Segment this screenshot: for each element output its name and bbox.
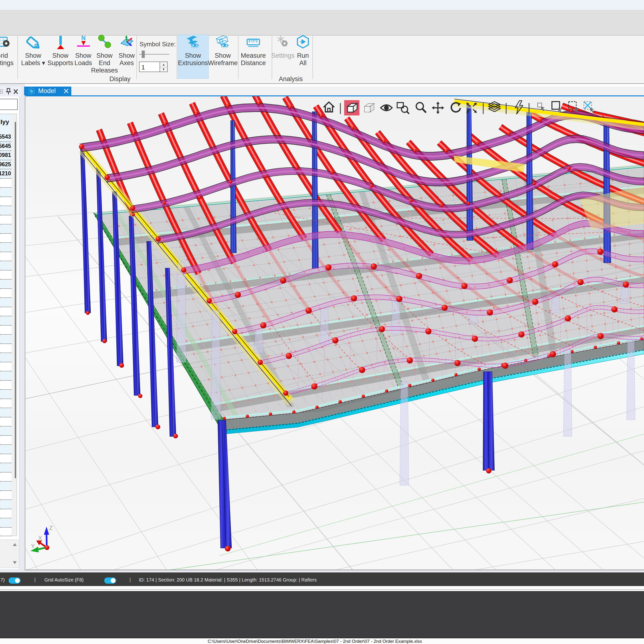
svg-text:Y: Y [31, 543, 35, 549]
svg-text:X: X [38, 535, 42, 541]
svg-text:Z: Z [49, 525, 53, 531]
svg-text:N: N [81, 35, 86, 41]
